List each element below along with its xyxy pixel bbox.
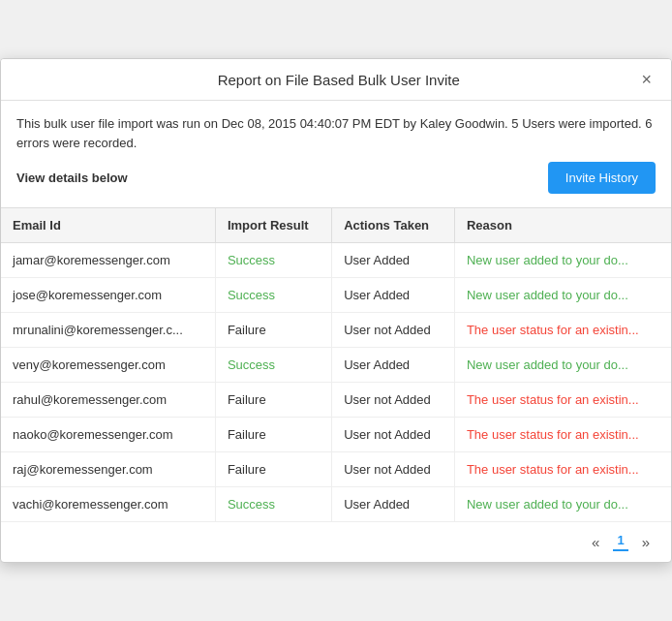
cell-email: vachi@koremessenger.com [1,487,215,522]
cell-result: Failure [215,418,331,452]
invite-history-button[interactable]: Invite History [548,162,656,194]
action-row: View details below Invite History [16,162,656,194]
cell-result: Success [215,278,331,313]
table-row: rahul@koremessenger.comFailureUser not A… [1,383,671,418]
table-row: vachi@koremessenger.comSuccessUser Added… [1,487,671,522]
modal-title: Report on File Based Bulk User Invite [40,72,637,88]
cell-reason: New user added to your do... [454,348,671,383]
info-text: This bulk user file import was run on De… [16,114,656,152]
prev-page-button[interactable]: « [586,532,605,552]
cell-action: User not Added [332,313,455,348]
close-button[interactable]: × [637,71,656,88]
cell-action: User Added [332,348,455,383]
cell-action: User not Added [332,452,455,487]
cell-action: User not Added [332,383,455,418]
cell-action: User not Added [332,418,455,452]
table-row: mrunalini@koremessenger.c...FailureUser … [1,313,671,348]
cell-action: User Added [332,278,455,313]
cell-result: Success [215,243,331,278]
cell-email: rahul@koremessenger.com [1,383,215,418]
cell-result: Success [215,348,331,383]
col-email: Email Id [1,208,215,243]
cell-email: veny@koremessenger.com [1,348,215,383]
cell-email: jose@koremessenger.com [1,278,215,313]
table-row: raj@koremessenger.comFailureUser not Add… [1,452,671,487]
cell-email: raj@koremessenger.com [1,452,215,487]
results-table: Email Id Import Result Actions Taken Rea… [1,208,671,521]
table-row: jamar@koremessenger.comSuccessUser Added… [1,243,671,278]
cell-action: User Added [332,487,455,522]
cell-reason: The user status for an existin... [454,313,671,348]
cell-result: Failure [215,383,331,418]
view-details-label: View details below [16,171,128,185]
cell-reason: The user status for an existin... [454,452,671,487]
pagination: « 1 » [1,521,671,562]
cell-result: Success [215,487,331,522]
col-result: Import Result [215,208,331,243]
cell-reason: New user added to your do... [454,278,671,313]
current-page: 1 [613,533,627,551]
table-row: jose@koremessenger.comSuccessUser AddedN… [1,278,671,313]
cell-reason: New user added to your do... [454,487,671,522]
cell-reason: The user status for an existin... [454,383,671,418]
col-reason: Reason [454,208,671,243]
table-row: naoko@koremessenger.comFailureUser not A… [1,418,671,452]
table-header-row: Email Id Import Result Actions Taken Rea… [1,208,671,243]
modal-header: Report on File Based Bulk User Invite × [1,59,671,101]
cell-email: jamar@koremessenger.com [1,243,215,278]
cell-result: Failure [215,313,331,348]
col-action: Actions Taken [332,208,455,243]
cell-result: Failure [215,452,331,487]
modal-body: This bulk user file import was run on De… [1,101,671,194]
cell-action: User Added [332,243,455,278]
table-row: veny@koremessenger.comSuccessUser AddedN… [1,348,671,383]
modal-container: Report on File Based Bulk User Invite × … [0,58,672,563]
cell-email: naoko@koremessenger.com [1,418,215,452]
cell-reason: The user status for an existin... [454,418,671,452]
next-page-button[interactable]: » [636,532,656,552]
cell-reason: New user added to your do... [454,243,671,278]
table-container: Email Id Import Result Actions Taken Rea… [1,207,671,521]
cell-email: mrunalini@koremessenger.c... [1,313,215,348]
